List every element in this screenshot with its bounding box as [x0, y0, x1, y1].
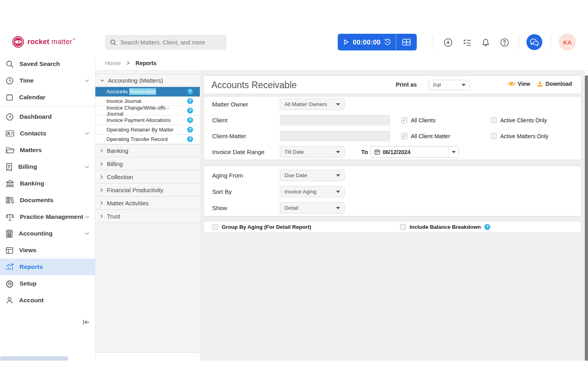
- sidebar-item-label: Matters: [20, 147, 42, 154]
- checkbox-checked[interactable]: ✓: [401, 133, 407, 139]
- help-button[interactable]: [499, 37, 510, 48]
- tree-section-banking[interactable]: Banking: [95, 144, 200, 157]
- timer-grid-button[interactable]: [396, 34, 417, 50]
- chevron-right-icon: [100, 175, 103, 179]
- notifications-button[interactable]: [480, 37, 491, 48]
- download-label: Download: [545, 81, 572, 87]
- tree-section-matter-activities[interactable]: Matter Activities: [95, 197, 200, 210]
- checkbox-unchecked[interactable]: [491, 133, 497, 139]
- global-search[interactable]: [105, 35, 226, 50]
- matter-owner-select[interactable]: All Matter Owners: [280, 98, 345, 110]
- sidebar-item-calendar[interactable]: Calendar: [0, 89, 95, 106]
- invoice-date-range-select[interactable]: Till Date: [280, 146, 345, 158]
- checkbox-checked[interactable]: ✓: [401, 117, 407, 123]
- tree-section-billing[interactable]: Billing: [95, 157, 200, 170]
- user-avatar[interactable]: KA: [559, 33, 576, 51]
- tree-item-operating-retainer-by-matter[interactable]: Operating Retainer By Matter ?: [95, 125, 200, 135]
- checkbox-label: Include Balance Breakdown: [410, 224, 481, 230]
- rocket-matter-logo[interactable]: rocket matter™: [12, 36, 75, 48]
- show-select[interactable]: Detail: [280, 202, 345, 214]
- chevron-right-icon: [100, 188, 103, 192]
- help-icon[interactable]: ?: [187, 136, 193, 142]
- checkbox-unchecked[interactable]: [400, 224, 406, 230]
- topbar-divider: [551, 35, 551, 49]
- chevron-down-icon: [452, 151, 456, 153]
- tree-item-invoice-change-writeoffs[interactable]: Invoice Change/Write-offs - Journal ?: [95, 106, 200, 116]
- help-icon[interactable]: ?: [187, 117, 193, 123]
- sort-by-label: Sort By: [212, 188, 232, 195]
- sidebar-item-dashboard[interactable]: Dashboard: [0, 108, 95, 125]
- timer-main[interactable]: 00:00:00: [338, 34, 396, 50]
- sidebar-collapse-button[interactable]: [83, 319, 90, 327]
- search-input[interactable]: [120, 39, 216, 46]
- checkbox-unchecked[interactable]: [491, 117, 497, 123]
- invoice-receipt-icon: [6, 163, 13, 171]
- report-filters-panel: Matter Owner All Matter Owners Client ✓ …: [203, 96, 582, 160]
- help-icon[interactable]: ?: [187, 108, 193, 114]
- aging-from-value: Due Date: [284, 172, 307, 178]
- tree-item-operating-transfer-record[interactable]: Operating Transfer Record ?: [95, 135, 200, 144]
- chat-button[interactable]: [526, 34, 542, 50]
- active-matters-only-checkbox[interactable]: Active Matters Only: [491, 133, 548, 139]
- timer-button[interactable]: 00:00:00: [338, 34, 417, 50]
- checkbox-unchecked[interactable]: [212, 224, 218, 230]
- client-matter-label: Client-Matter: [212, 133, 246, 139]
- sidebar-item-documents[interactable]: Documents: [0, 192, 95, 209]
- sort-by-select[interactable]: Invoice Aging: [280, 186, 345, 197]
- tree-section-financial-productivity[interactable]: Financial Productivity: [95, 183, 200, 197]
- help-icon[interactable]: ?: [187, 89, 193, 95]
- print-format-select[interactable]: Pdf: [429, 80, 470, 90]
- sidebar-item-setup[interactable]: Setup: [0, 275, 95, 292]
- tree-section-collection[interactable]: Collection: [95, 170, 200, 183]
- client-input[interactable]: [280, 115, 390, 126]
- date-picker[interactable]: 06/12/2024: [371, 146, 459, 158]
- tree-section-trust[interactable]: Trust: [95, 210, 200, 223]
- sidebar-item-label: Setup: [19, 280, 37, 287]
- sidebar-item-reports[interactable]: Reports: [0, 259, 95, 275]
- sidebar-item-saved-search[interactable]: Saved Search: [0, 56, 95, 72]
- sidebar-item-accounting[interactable]: Accounting: [0, 225, 95, 242]
- sidebar-item-practice-management[interactable]: Practice Management: [0, 209, 95, 225]
- tasks-button[interactable]: [462, 37, 472, 48]
- question-circle-icon: [500, 38, 509, 47]
- download-button[interactable]: Download: [537, 81, 572, 87]
- help-icon[interactable]: ?: [484, 224, 490, 230]
- client-matter-input[interactable]: [280, 131, 390, 141]
- sidebar-item-views[interactable]: Views: [0, 242, 95, 259]
- help-icon[interactable]: ?: [187, 98, 193, 104]
- quick-add-button[interactable]: [443, 37, 453, 48]
- timer-history-icon[interactable]: [384, 39, 391, 45]
- tree-section-accounting-matters[interactable]: Accounting (Matters): [95, 74, 200, 87]
- help-icon[interactable]: ?: [187, 127, 193, 133]
- sidebar-item-contacts[interactable]: Contacts: [0, 125, 95, 142]
- aging-from-select[interactable]: Due Date: [280, 170, 345, 181]
- tree-item-accounts-receivable[interactable]: Accounts Receivable ?: [95, 87, 200, 97]
- sidebar-item-banking[interactable]: Banking: [0, 175, 95, 192]
- horizontal-scrollbar-thumb[interactable]: [0, 356, 68, 361]
- all-client-matter-checkbox[interactable]: ✓ All Client Matter: [401, 133, 450, 139]
- sidebar-item-matters[interactable]: Matters: [0, 142, 95, 158]
- page-title: Accounts Receivable: [211, 80, 297, 91]
- invoice-date-range-value: Till Date: [284, 149, 304, 155]
- active-clients-only-checkbox[interactable]: Active Clients Only: [491, 117, 547, 124]
- date-dropdown-toggle[interactable]: [448, 147, 458, 157]
- tree-section-label: Accounting (Matters): [108, 77, 163, 84]
- breadcrumb-current: Reports: [135, 60, 157, 66]
- sidebar-item-label: Documents: [20, 197, 53, 204]
- collapse-left-icon: [83, 319, 90, 325]
- vertical-scrollbar-thumb[interactable]: [585, 75, 588, 361]
- group-by-aging-checkbox[interactable]: Group By Aging (For Detail Report): [212, 224, 311, 230]
- library-books-icon: [6, 196, 14, 204]
- checkbox-label: All Clients: [411, 117, 435, 124]
- tree-section-label: Collection: [107, 174, 133, 180]
- include-balance-breakdown-checkbox[interactable]: Include Balance Breakdown ?: [400, 224, 490, 230]
- sidebar-item-billing[interactable]: Billing: [0, 158, 95, 175]
- tree-item-label: Invoice Payment Allocations: [106, 117, 171, 123]
- sidebar-item-time[interactable]: Time: [0, 72, 95, 89]
- breadcrumb-home[interactable]: Home: [105, 60, 121, 66]
- sidebar-item-account[interactable]: Account: [0, 292, 95, 309]
- search-icon: [110, 39, 116, 46]
- view-button[interactable]: View: [508, 81, 530, 87]
- tree-item-invoice-payment-allocations[interactable]: Invoice Payment Allocations ?: [95, 116, 200, 125]
- all-clients-checkbox[interactable]: ✓ All Clients: [401, 117, 435, 124]
